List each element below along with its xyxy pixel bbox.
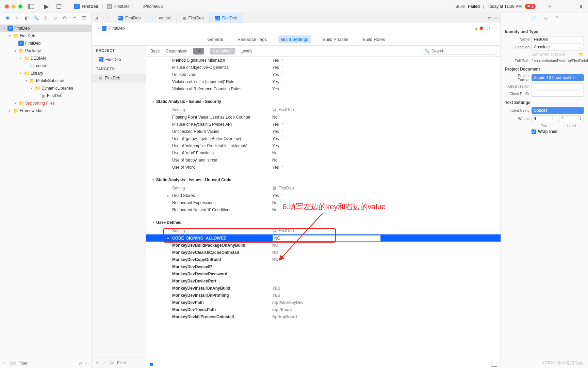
forward-button[interactable]: 〉: [106, 15, 110, 21]
filter-customized[interactable]: Customized: [166, 49, 187, 53]
remove-target-button[interactable]: －: [103, 360, 107, 366]
tree-row[interactable]: ▾📁DEBIAN: [0, 55, 92, 62]
wrap-lines-checkbox[interactable]: [532, 129, 536, 134]
issue-navigator-icon[interactable]: ⚠: [43, 15, 48, 21]
indent-width-stepper[interactable]: 4▲▼: [559, 115, 584, 122]
filter-targets-icon[interactable]: ⊙: [110, 361, 114, 365]
setting-value-input[interactable]: [272, 235, 381, 242]
org-field[interactable]: [532, 83, 584, 89]
scheme-selector[interactable]: ▢ FirstDeb 🏛 FirstDeb 〉 iPhone666: [74, 3, 163, 9]
setting-group[interactable]: ▾User-Defined: [146, 218, 501, 227]
setting-row[interactable]: Unchecked Return ValuesYes⌃: [146, 128, 501, 135]
report-navigator-icon[interactable]: ☰: [81, 15, 87, 21]
tree-row[interactable]: 📄control: [0, 62, 92, 70]
setting-group[interactable]: ▾Static Analysis - Issues - Security: [146, 97, 501, 106]
setting-row[interactable]: Method Signatures MismatchYes⌃: [146, 57, 501, 64]
symbol-navigator-icon[interactable]: ◧: [24, 15, 29, 21]
setting-row[interactable]: Violation of 'self = [super init]' RuleY…: [146, 78, 501, 85]
adjust-editor-icon[interactable]: ⇄: [487, 26, 490, 31]
filter-combined[interactable]: Combined: [210, 48, 235, 55]
setting-row[interactable]: MonkeyDevCopyOnBuildNO: [146, 256, 501, 263]
format-select[interactable]: Xcode 13.0-compatible: [532, 74, 584, 81]
setting-row[interactable]: MonkeyDevPath/opt/MonkeyDev: [146, 299, 501, 306]
tree-row[interactable]: mFirstDeb: [0, 40, 92, 47]
add-setting-button[interactable]: ＋: [261, 48, 265, 54]
find-navigator-icon[interactable]: 🔍: [33, 15, 39, 21]
setting-row[interactable]: Misuse of Objective-C genericsYes⌃: [146, 64, 501, 71]
setting-row[interactable]: Violation of Reference Counting RulesYes…: [146, 85, 501, 92]
setting-row[interactable]: MonkeyDevDeviceIP: [146, 263, 501, 270]
tree-root[interactable]: ▾▢ FirstDeb: [0, 25, 92, 32]
warning-icon[interactable]: ▲: [474, 26, 478, 31]
project-item[interactable]: ▢ FirstDeb: [92, 55, 146, 64]
history-inspector-icon[interactable]: ◷: [544, 16, 548, 20]
add-editor-icon[interactable]: ▭: [493, 26, 497, 31]
setting-row[interactable]: MonkeyDevDevicePassword: [146, 270, 501, 277]
settings-search[interactable]: 🔍: [422, 48, 496, 55]
setting-row[interactable]: Use of 'vfork'Yes⌃: [146, 164, 501, 171]
setting-row[interactable]: MonkeyDevkillProcessOnInstallSpringBoard: [146, 313, 501, 320]
filter-levels[interactable]: Levels: [241, 49, 252, 53]
tree-row[interactable]: ▸📁Frameworks: [0, 107, 92, 114]
sidebar-toggle-icon[interactable]: [27, 3, 35, 10]
project-tab-general[interactable]: General: [205, 35, 226, 43]
editor-tab[interactable]: mFirstDeb: [113, 13, 146, 23]
stop-button[interactable]: [55, 3, 63, 10]
filter-scope-icon[interactable]: ⊡: [10, 361, 16, 365]
navigator-filter-input[interactable]: [18, 361, 76, 366]
settings-body[interactable]: Method Signatures MismatchYes⌃Misuse of …: [146, 57, 501, 360]
project-navigator-icon[interactable]: ▣: [5, 15, 10, 21]
project-tab-build-settings[interactable]: Build Settings: [278, 35, 311, 43]
tree-row[interactable]: ▾📁Library: [0, 70, 92, 77]
close-icon[interactable]: [5, 4, 9, 9]
jumpbar-crumb[interactable]: FirstDeb: [109, 26, 125, 31]
setting-row[interactable]: Use of 'getpw', 'gets' (Buffer Overflow)…: [146, 135, 501, 142]
target-item[interactable]: 🏛 FirstDeb: [92, 74, 146, 82]
zoom-icon[interactable]: [18, 4, 22, 9]
folder-icon[interactable]: 📁: [579, 52, 584, 57]
filter-all[interactable]: All: [193, 48, 204, 55]
setting-row[interactable]: ▸Dead StoresYes⌃: [146, 192, 501, 199]
setting-row[interactable]: MonkeyDevClearUiCacheOnInstallNO: [146, 249, 501, 256]
tree-row[interactable]: ▾📁FirstDeb: [0, 32, 92, 40]
file-inspector-icon[interactable]: 📄: [531, 16, 536, 20]
debug-navigator-icon[interactable]: ⟳: [62, 15, 68, 21]
add-target-button[interactable]: ＋: [95, 360, 99, 366]
project-tab-build-rules[interactable]: Build Rules: [360, 35, 388, 43]
tree-row[interactable]: ▦FirstDeb: [0, 92, 92, 99]
setting-group[interactable]: ▾Static Analysis - Issues - Unused Code: [146, 175, 501, 184]
editor-tab[interactable]: 📄control: [146, 13, 177, 23]
setting-row[interactable]: MonkeyDevInstallOnProfilingYES: [146, 292, 501, 299]
editor-tab[interactable]: ▢FirstDeb: [210, 13, 243, 23]
inspector-toggle-icon[interactable]: [576, 4, 583, 9]
run-button[interactable]: ▶: [43, 3, 50, 10]
setting-row[interactable]: MonkeyDevTheosPath/opt/theos: [146, 306, 501, 313]
project-tab-resource-tags[interactable]: Resource Tags: [235, 35, 270, 43]
filter-basic[interactable]: Basic: [150, 49, 160, 53]
source-control-icon[interactable]: ⎌: [14, 15, 20, 21]
setting-row[interactable]: MonkeyDevBuildPackageOnAnyBuildNO: [146, 242, 501, 249]
setting-row[interactable]: Use of 'strcpy' and 'strcat'No⌃: [146, 156, 501, 164]
tab-width-stepper[interactable]: 4▲▼: [532, 115, 556, 122]
setting-row[interactable]: Use of 'mktemp' or Predictable 'mktemps'…: [146, 142, 501, 149]
setting-row[interactable]: Misuse of Keychain Services APIYes⌃: [146, 121, 501, 128]
minimize-icon[interactable]: [12, 4, 16, 9]
split-editor-icon[interactable]: ▭: [494, 16, 498, 20]
setting-row[interactable]: Use of 'rand' FunctionsNo⌃: [146, 149, 501, 156]
tree-row[interactable]: ▸📁Supporting Files: [0, 99, 92, 107]
prefix-field[interactable]: [532, 91, 584, 97]
tree-row[interactable]: ▾📁Package: [0, 47, 92, 55]
scm-filter-icon[interactable]: ▭: [85, 361, 89, 366]
error-icon[interactable]: ⬢: [479, 26, 483, 31]
indent-select[interactable]: Spaces: [532, 107, 584, 114]
back-button[interactable]: 〈: [100, 15, 104, 21]
help-inspector-icon[interactable]: ?: [556, 16, 558, 20]
setting-row[interactable]: ▸CODE_SIGNING_ALLOWED: [146, 234, 501, 242]
breakpoint-navigator-icon[interactable]: ▭: [72, 15, 77, 21]
project-tab-build-phases[interactable]: Build Phases: [320, 35, 351, 43]
editor-tab[interactable]: ▦FirstDeb: [177, 13, 209, 23]
location-select[interactable]: Absolute: [532, 44, 584, 50]
error-badge[interactable]: ✖ 1: [525, 4, 536, 9]
add-file-button[interactable]: ＋: [3, 360, 7, 366]
name-field[interactable]: FirstDeb: [532, 36, 584, 42]
